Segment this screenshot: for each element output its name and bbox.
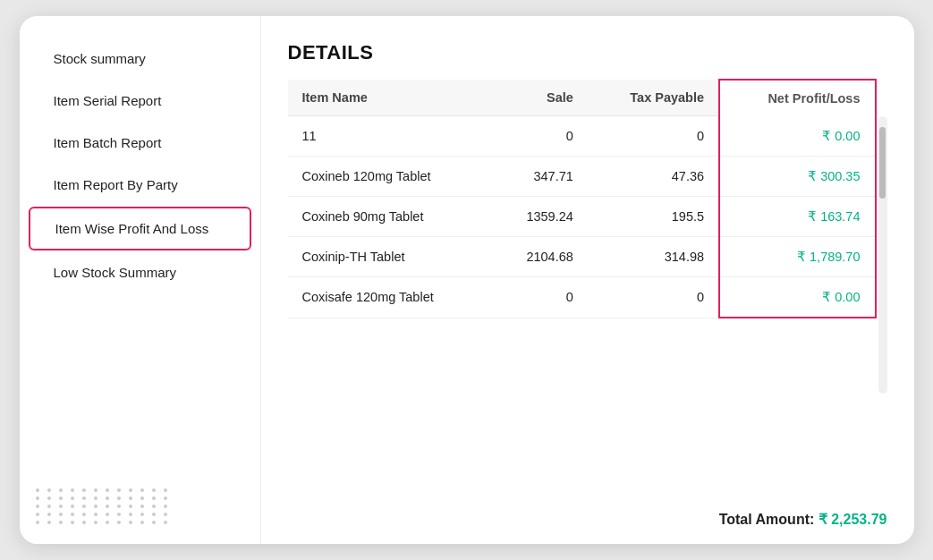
sidebar-item-wise-profit-loss[interactable]: Item Wise Profit And Loss: [29, 207, 251, 250]
sidebar-decorative-dots: // Dots rendered inline for(let i=0;i<60…: [20, 472, 260, 544]
details-table: Item Name Sale Tax Payable Net Profit/Lo…: [288, 79, 877, 318]
table-row: Coxinip-TH Tablet 2104.68 314.98 ₹ 1,789…: [288, 237, 876, 277]
cell-tax: 0: [588, 116, 719, 157]
table-row: Coxineb 120mg Tablet 347.71 47.36 ₹ 300.…: [288, 157, 876, 197]
section-title: DETAILS: [288, 41, 887, 64]
cell-item-name: Coxinip-TH Tablet: [288, 237, 492, 277]
col-header-item-name: Item Name: [288, 80, 492, 116]
table-row: Coxisafe 120mg Tablet 0 0 ₹ 0.00: [288, 277, 876, 318]
sidebar-item-low-stock-summary[interactable]: Low Stock Summary: [29, 252, 251, 293]
table-scrollbar[interactable]: [878, 116, 887, 394]
main-content: DETAILS Item Name Sale Tax Payable Net P…: [261, 16, 914, 544]
cell-net-profit: ₹ 300.35: [719, 157, 875, 197]
cell-item-name: Coxineb 120mg Tablet: [288, 157, 492, 197]
cell-tax: 314.98: [588, 237, 719, 277]
sidebar-item-serial-report[interactable]: Item Serial Report: [29, 81, 251, 121]
cell-sale: 0: [491, 116, 587, 157]
cell-sale: 1359.24: [491, 197, 587, 237]
sidebar-item-report-by-party[interactable]: Item Report By Party: [29, 165, 251, 205]
col-header-tax-payable: Tax Payable: [588, 80, 719, 116]
col-header-sale: Sale: [491, 80, 587, 116]
col-header-net-profit: Net Profit/Loss: [719, 80, 875, 116]
sidebar: Stock summary Item Serial Report Item Ba…: [20, 16, 261, 544]
sidebar-item-stock-summary[interactable]: Stock summary: [29, 38, 251, 79]
cell-sale: 0: [491, 277, 587, 318]
cell-net-profit: ₹ 1,789.70: [719, 237, 875, 277]
cell-sale: 347.71: [491, 157, 587, 197]
table-row: Coxineb 90mg Tablet 1359.24 195.5 ₹ 163.…: [288, 197, 876, 237]
cell-net-profit: ₹ 0.00: [719, 277, 875, 318]
cell-item-name: Coxisafe 120mg Tablet: [288, 277, 492, 318]
cell-net-profit: ₹ 163.74: [719, 197, 875, 237]
table-row: 11 0 0 ₹ 0.00: [288, 116, 876, 157]
cell-tax: 0: [588, 277, 719, 318]
cell-sale: 2104.68: [491, 237, 587, 277]
total-amount-row: Total Amount: ₹ 2,253.79: [288, 498, 887, 528]
cell-tax: 47.36: [588, 157, 719, 197]
scrollbar-thumb[interactable]: [879, 127, 886, 199]
total-label: Total Amount:: [719, 512, 815, 527]
total-value: ₹ 2,253.79: [818, 512, 887, 527]
sidebar-item-batch-report[interactable]: Item Batch Report: [29, 123, 251, 163]
cell-item-name: 11: [288, 116, 492, 157]
app-container: Stock summary Item Serial Report Item Ba…: [20, 16, 914, 544]
table-wrapper: Item Name Sale Tax Payable Net Profit/Lo…: [288, 79, 887, 498]
cell-item-name: Coxineb 90mg Tablet: [288, 197, 492, 237]
cell-tax: 195.5: [588, 197, 719, 237]
cell-net-profit: ₹ 0.00: [719, 116, 875, 157]
